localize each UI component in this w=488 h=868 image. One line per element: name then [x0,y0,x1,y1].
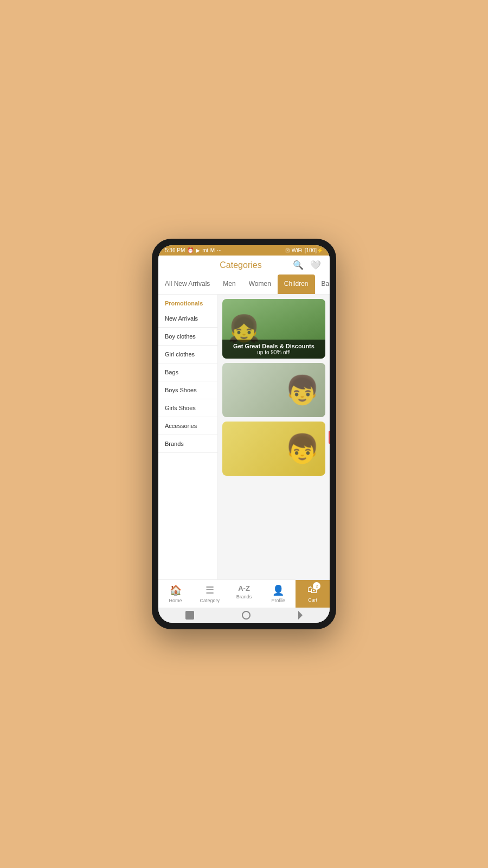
promo-banner[interactable]: 👧 Get Great Deals & Discounts up to 90% … [222,299,325,359]
nav-brands[interactable]: A-Z Brands [227,580,261,608]
category-tabs: All New Arrivals Men Women Children Babi… [158,275,330,295]
cart-badge-wrapper: 🛍 2 [307,584,317,596]
status-wifi-icon: WiFi [292,247,303,253]
phone-screen: 5:36 PM ⏰ ▶ mi M ··· ⊡ WiFi [100]⚡ Categ… [158,245,330,623]
cart-badge: 2 [313,582,320,590]
status-more-icon: ··· [217,247,221,253]
nav-category-label: Category [200,598,220,603]
category-icon: ☰ [206,584,214,596]
product-card-1[interactable]: 👦 [222,363,325,417]
android-back-button[interactable] [185,611,194,620]
sidebar-item-accessories[interactable]: Accessories [158,417,217,435]
nav-home[interactable]: 🏠 Home [158,580,192,608]
tab-children[interactable]: Children [278,275,315,294]
sidebar-item-boys-shoes[interactable]: Boys Shoes [158,381,217,399]
tab-babies[interactable]: Babies [315,275,330,294]
promo-text-overlay: Get Great Deals & Discounts up to 90% of… [222,340,325,359]
status-mi-icon: mi [202,247,208,253]
status-left: 5:36 PM ⏰ ▶ mi M ··· [165,247,222,253]
nav-cart[interactable]: 🛍 2 Cart [296,580,330,608]
products-content-area: 👧 Get Great Deals & Discounts up to 90% … [218,295,330,579]
tab-all-new[interactable]: All New Arrivals [158,275,216,294]
promo-sub-text: up to 90% off! [228,349,320,355]
nav-home-label: Home [169,598,182,603]
sidebar-promotionals-label: Promotionals [158,295,217,310]
nav-category[interactable]: ☰ Category [192,580,227,608]
app-title: Categories [189,260,293,270]
promo-main-text: Get Great Deals & Discounts [228,343,320,349]
tab-women[interactable]: Women [242,275,278,294]
nav-brands-label: Brands [236,594,252,599]
status-right: ⊡ WiFi [100]⚡ [285,247,323,253]
sidebar-item-boy-clothes[interactable]: Boy clothes [158,328,217,346]
nav-profile[interactable]: 👤 Profile [261,580,296,608]
search-icon[interactable]: 🔍 [293,260,304,270]
sidebar-item-girls-shoes[interactable]: Girls Shoes [158,399,217,417]
header-icons: 🔍 🤍 [293,260,321,270]
sidebar-item-bags[interactable]: Bags [158,363,217,381]
status-gmail-icon: M [210,247,215,253]
brands-icon: A-Z [238,584,250,592]
android-nav-bar [158,608,330,623]
status-alarm-icon: ⏰ [187,247,194,253]
nav-cart-label: Cart [308,597,317,603]
status-bar: 5:36 PM ⏰ ▶ mi M ··· ⊡ WiFi [100]⚡ [158,245,330,256]
android-home-button[interactable] [242,611,251,620]
favorite-icon[interactable]: 🤍 [310,260,321,270]
bottom-navigation: 🏠 Home ☰ Category A-Z Brands 👤 Profile 🛍… [158,579,330,608]
profile-icon: 👤 [272,584,284,596]
sidebar-item-brands[interactable]: Brands [158,435,217,453]
phone-device: 5:36 PM ⏰ ▶ mi M ··· ⊡ WiFi [100]⚡ Categ… [152,239,336,629]
status-battery-icon: [100]⚡ [305,247,323,253]
product-card-2[interactable]: 👦 [222,422,325,476]
app-header: Categories 🔍 🤍 [158,256,330,275]
status-sim-icon: ⊡ [285,247,290,253]
sidebar-item-girl-clothes[interactable]: Girl clothes [158,346,217,363]
tab-men[interactable]: Men [216,275,242,294]
home-icon: 🏠 [170,584,182,596]
sidebar-item-new-arrivals[interactable]: New Arrivals [158,310,217,328]
status-time: 5:36 PM [165,247,185,253]
content-spacer [222,480,325,491]
scroll-indicator [329,431,330,444]
status-youtube-icon: ▶ [196,247,200,253]
category-sidebar: Promotionals New Arrivals Boy clothes Gi… [158,295,218,579]
main-content: Promotionals New Arrivals Boy clothes Gi… [158,295,330,579]
nav-profile-label: Profile [271,598,285,603]
android-recents-button[interactable] [298,611,303,620]
